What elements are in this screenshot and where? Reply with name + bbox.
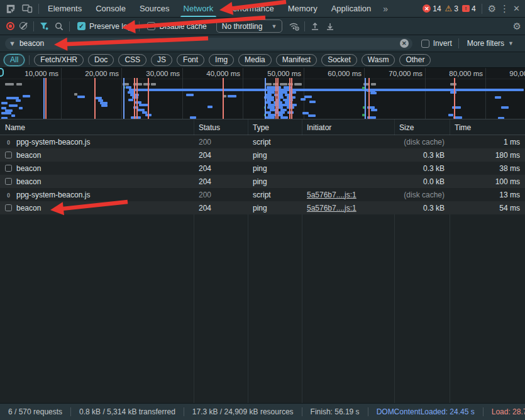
load-event-line xyxy=(368,78,370,119)
column-header-time[interactable]: Time xyxy=(450,119,525,135)
filter-chip-other[interactable]: Other xyxy=(399,54,431,66)
devtools-tab-bar: ElementsConsoleSourcesNetworkPerformance… xyxy=(0,0,525,18)
waterfall-bar xyxy=(1,107,6,109)
waterfall-bar xyxy=(143,83,150,86)
overview-timeline[interactable]: 10,000 ms20,000 ms30,000 ms40,000 ms50,0… xyxy=(0,68,525,119)
request-row-ppg-system-beacon.js[interactable]: ()ppg-system-beacon.js200script(disk cac… xyxy=(0,135,525,148)
type-cell: ping xyxy=(248,175,302,188)
filter-funnel-icon[interactable] xyxy=(37,19,51,33)
filter-chip-manifest[interactable]: Manifest xyxy=(276,54,317,66)
request-row-beacon[interactable]: beacon204ping0.3 kB38 ms xyxy=(0,162,525,175)
initiator-cell xyxy=(302,162,394,175)
column-header-type[interactable]: Type xyxy=(248,119,302,135)
search-icon[interactable] xyxy=(52,19,66,33)
size-cell: 0.3 kB xyxy=(394,201,450,214)
filter-chip-font[interactable]: Font xyxy=(177,54,204,66)
column-header-status[interactable]: Status xyxy=(194,119,248,135)
filter-chip-css[interactable]: CSS xyxy=(118,54,146,66)
close-devtools-icon[interactable]: ✕ xyxy=(513,4,520,13)
load-event-line xyxy=(223,78,224,119)
request-name: beacon xyxy=(16,151,41,160)
more-filters-button[interactable]: More filters ▼ xyxy=(461,39,520,48)
disable-cache-checkbox[interactable]: Disable cache xyxy=(147,22,206,31)
column-header-size[interactable]: Size xyxy=(394,119,450,135)
import-har-icon[interactable] xyxy=(308,19,322,33)
waterfall-bar xyxy=(267,106,275,109)
request-name: ppg-system-beacon.js xyxy=(16,191,90,199)
request-row-beacon[interactable]: beacon204ping0.3 kB180 ms xyxy=(0,148,525,162)
waterfall-bar xyxy=(19,107,23,109)
waterfall-bar xyxy=(74,93,77,96)
filter-chip-js[interactable]: JS xyxy=(151,54,172,66)
initiator-link[interactable]: 5a576b7....js:1 xyxy=(307,204,356,213)
domcontentloaded-event-line xyxy=(365,78,366,119)
more-tabs-icon[interactable]: » xyxy=(378,4,392,14)
filter-chip-img[interactable]: Img xyxy=(209,54,234,66)
load-event-line xyxy=(136,78,138,119)
clear-network-log-button[interactable] xyxy=(18,20,30,33)
waterfall-bar xyxy=(268,104,297,106)
devtools-window: ElementsConsoleSourcesNetworkPerformance… xyxy=(0,0,525,420)
tab-application[interactable]: Application xyxy=(324,0,379,17)
filter-input[interactable]: ▼ beacon ✕ xyxy=(5,38,412,50)
throttling-value: No throttling xyxy=(222,22,263,31)
script-file-icon: () xyxy=(5,191,12,198)
waterfall-bar xyxy=(287,111,294,114)
type-cell: script xyxy=(248,135,302,148)
waterfall-bar xyxy=(371,109,377,111)
tab-performance[interactable]: Performance xyxy=(220,0,280,17)
request-name-cell: beacon xyxy=(0,175,194,188)
tab-sources[interactable]: Sources xyxy=(133,0,177,17)
waterfall-bar xyxy=(280,109,287,111)
kebab-menu-icon[interactable]: ⋮ xyxy=(500,4,509,13)
size-cell: (disk cache) xyxy=(394,135,450,148)
preserve-log-checkbox[interactable]: ✓ Preserve log xyxy=(77,22,131,31)
waterfall-bar xyxy=(267,99,274,101)
divider xyxy=(33,21,34,31)
tab-memory[interactable]: Memory xyxy=(281,0,324,17)
network-conditions-icon[interactable] xyxy=(287,19,301,33)
clear-filter-icon[interactable]: ✕ xyxy=(400,39,409,48)
column-header-initiator[interactable]: Initiator xyxy=(302,119,394,135)
filter-chip-wasm[interactable]: Wasm xyxy=(362,54,395,66)
statusbar-load: Load: 28.7 xyxy=(484,407,525,416)
waterfall-bar xyxy=(190,116,196,119)
size-cell: 0.3 kB xyxy=(394,148,450,162)
settings-gear-icon[interactable]: ⚙ xyxy=(488,4,496,13)
tab-network[interactable]: Network xyxy=(177,0,221,17)
throttling-dropdown[interactable]: No throttling ▼ xyxy=(216,19,283,33)
waterfall-bar xyxy=(265,101,271,104)
filter-chip-socket[interactable]: Socket xyxy=(321,54,357,66)
filter-chip-doc[interactable]: Doc xyxy=(88,54,114,66)
status-cell: 204 xyxy=(194,201,248,214)
request-row-ppg-system-beacon.js[interactable]: ()ppg-system-beacon.js200script5a576b7..… xyxy=(0,188,525,201)
record-network-log-button[interactable] xyxy=(4,20,16,33)
request-row-beacon[interactable]: beacon204ping5a576b7....js:10.3 kB54 ms xyxy=(0,201,525,214)
overview-resize-handle[interactable] xyxy=(0,68,4,77)
column-header-name[interactable]: Name xyxy=(0,119,194,135)
tab-console[interactable]: Console xyxy=(89,0,133,17)
request-row-beacon[interactable]: beacon204ping0.0 kB100 ms xyxy=(0,175,525,188)
export-har-icon[interactable] xyxy=(323,19,337,33)
device-toolbar-icon[interactable] xyxy=(20,2,34,16)
tab-elements[interactable]: Elements xyxy=(41,0,89,17)
inspect-element-icon[interactable] xyxy=(4,2,18,16)
waterfall-bar xyxy=(100,102,108,104)
status-cell: 204 xyxy=(194,175,248,188)
time-cell: 1 ms xyxy=(450,135,525,148)
request-name: beacon xyxy=(16,164,41,173)
network-settings-gear-icon[interactable]: ⚙ xyxy=(513,21,521,31)
issues-badge[interactable]: ! 4 xyxy=(462,4,476,13)
console-errors-badge[interactable]: ✕ 14 xyxy=(423,4,441,13)
filter-chip-media[interactable]: Media xyxy=(238,54,272,66)
initiator-link[interactable]: 5a576b7....js:1 xyxy=(307,191,356,199)
waterfall-bar xyxy=(450,83,456,86)
filter-chip-all[interactable]: All xyxy=(4,54,25,66)
chevron-down-icon: ▼ xyxy=(271,23,277,30)
filter-chip-fetchxhr[interactable]: Fetch/XHR xyxy=(34,54,84,66)
console-warnings-badge[interactable]: ⚠ 3 xyxy=(445,4,458,13)
size-cell: 0.0 kB xyxy=(394,175,450,188)
load-event-line xyxy=(45,78,47,119)
invert-filter-checkbox[interactable]: Invert xyxy=(421,39,452,48)
initiator-cell xyxy=(302,175,394,188)
